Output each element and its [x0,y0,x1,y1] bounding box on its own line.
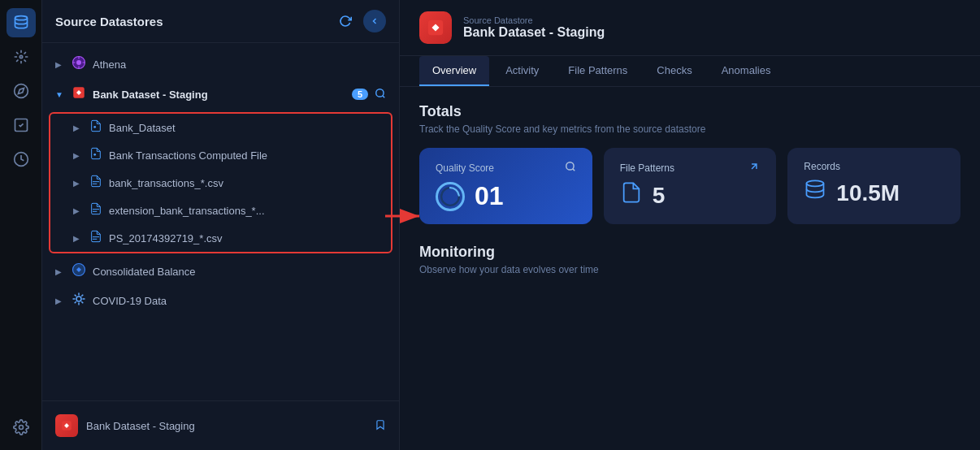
bank-dataset-child-label: Bank_Dataset [109,122,378,134]
network-nav-icon[interactable] [7,42,36,71]
highlighted-children-group: ▶ Bank_Dataset ▶ Bank [49,112,392,253]
expand-arrow-athena: ▶ [55,60,65,69]
footer-bank-icon [55,414,78,437]
svg-point-0 [15,16,27,20]
totals-title: Totals [419,103,960,120]
datastore-info: Source Datastore Bank Dataset - Staging [463,15,605,40]
file-patterns-label: File Patterns [620,162,674,174]
consolidated-icon [72,262,86,280]
computed-file-icon [89,147,102,163]
athena-icon [72,55,86,74]
quality-score-value: 01 [475,181,504,211]
svg-point-21 [76,296,81,301]
sidebar-header-icons [334,10,386,32]
sidebar-header: Source Datastores [42,0,399,43]
content-area: Totals Track the Quality Score and key m… [400,87,980,450]
records-db-icon [804,179,826,207]
main-header: Source Datastore Bank Dataset - Staging [400,0,980,56]
quality-score-card[interactable]: Quality Score 01 [419,148,592,224]
tab-activity[interactable]: Activity [492,56,552,86]
svg-point-12 [93,126,96,128]
tree-item-extension-bank[interactable]: ▶ extension_bank_transactions_*... [50,197,391,224]
tree-item-bank-transactions-csv[interactable]: ▶ bank_transactions_*.csv [50,169,391,197]
tree-item-consolidated-balance[interactable]: ▶ Consolidated Balance [42,257,399,286]
file-patterns-arrow-icon[interactable] [748,161,760,175]
database-nav-icon[interactable] [7,8,36,37]
tab-anomalies[interactable]: Anomalies [709,56,784,86]
icon-rail [0,0,42,450]
bank-dataset-icon [72,85,86,103]
bank-dataset-badge: 5 [352,89,368,100]
totals-description: Track the Quality Score and key metrics … [419,123,960,135]
footer-bank-item[interactable]: Bank Dataset - Staging [42,408,399,444]
tab-overview[interactable]: Overview [419,56,489,86]
svg-point-10 [376,89,384,96]
extension-label: extension_bank_transactions_*... [109,205,378,217]
records-value-row: 10.5M [804,179,944,207]
bank-dataset-staging-label: Bank Dataset - Staging [93,89,345,101]
tree-item-bank-dataset[interactable]: ▶ Bank_Dataset [50,114,391,141]
datastore-type-label: Source Datastore [463,15,605,25]
svg-point-13 [93,154,96,156]
bank-search-icon[interactable] [375,88,386,102]
tree-item-bank-transactions-computed[interactable]: ▶ Bank Transactions Computed File [50,141,391,169]
expand-arrow-consolidated: ▶ [55,267,65,276]
expand-arrow-ps: ▶ [73,234,83,243]
svg-point-26 [566,162,573,170]
monitoring-section: Monitoring Observe how your data evolves… [419,244,960,275]
tabs-bar: Overview Activity File Patterns Checks A… [400,56,980,87]
compass-nav-icon[interactable] [7,76,36,106]
records-label: Records [804,161,840,172]
datastore-name: Bank Dataset - Staging [463,25,605,40]
main-content: Source Datastore Bank Dataset - Staging … [400,0,980,450]
tree-item-covid19[interactable]: ▶ COVID-19 Data [42,286,399,316]
sidebar-footer: Bank Dataset - Staging [42,400,399,450]
quality-score-value-row: 01 [436,181,576,211]
csv1-icon [89,175,102,191]
svg-line-27 [572,169,575,171]
file-patterns-header: File Patterns [620,161,761,175]
datastore-icon [419,11,452,44]
svg-point-2 [14,84,28,98]
svg-marker-3 [18,88,24,93]
tree-item-bank-dataset-staging[interactable]: ▼ Bank Dataset - Staging 5 [42,80,399,109]
ps-icon [89,230,102,246]
svg-point-1 [20,55,22,58]
monitoring-description: Observe how your data evolves over time [419,264,960,275]
file-patterns-file-icon [620,181,643,210]
records-header: Records [804,161,944,172]
sidebar: Source Datastores ▶ [42,0,400,450]
expand-arrow-covid: ▶ [55,296,65,305]
svg-line-11 [383,95,385,97]
svg-point-6 [19,426,23,430]
svg-point-30 [807,180,824,186]
athena-label: Athena [93,58,386,71]
metrics-row: Quality Score 01 [419,148,960,224]
svg-point-8 [76,60,81,65]
sidebar-title: Source Datastores [55,15,163,28]
file-patterns-value-row: 5 [620,181,761,210]
tab-file-patterns[interactable]: File Patterns [555,56,640,86]
covid-icon [72,292,86,310]
file-patterns-value: 5 [653,183,666,209]
expand-arrow-bank: ▼ [55,90,65,99]
extension-icon [89,202,102,219]
sidebar-tree: ▶ Athena ▼ Bank Dataset - Staging 5 [42,43,399,400]
clock-nav-icon[interactable] [7,145,36,174]
checklist-nav-icon[interactable] [7,110,36,140]
records-card[interactable]: Records 10.5M [787,148,960,224]
quality-score-header: Quality Score [436,161,576,175]
file-patterns-card[interactable]: File Patterns 5 [604,148,777,224]
bank-dataset-file-icon [89,119,102,136]
bookmark-icon[interactable] [375,418,386,434]
collapse-sidebar-button[interactable] [363,10,386,32]
tree-item-athena[interactable]: ▶ Athena [42,50,399,80]
quality-score-label: Quality Score [436,162,494,174]
computed-file-label: Bank Transactions Computed File [109,149,378,162]
expand-arrow-csv1: ▶ [73,179,83,188]
tab-checks[interactable]: Checks [644,56,705,86]
quality-score-search-icon[interactable] [565,161,576,175]
tree-item-ps-file[interactable]: ▶ PS_20174392719_*.csv [50,224,391,252]
gear-nav-icon[interactable] [7,413,36,442]
refresh-button[interactable] [334,10,357,32]
